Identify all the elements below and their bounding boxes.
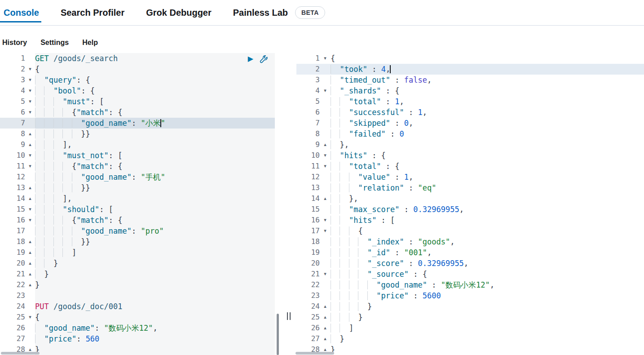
code-line-response-4[interactable]: 4▾ "_shards" : { bbox=[296, 85, 644, 96]
code-line-response-14[interactable]: 14▴ }, bbox=[296, 193, 644, 204]
left-vertical-scrollbar[interactable] bbox=[277, 314, 279, 355]
fold-close-icon[interactable]: ▴ bbox=[25, 236, 35, 247]
send-request-icon[interactable]: ▶ bbox=[248, 54, 253, 63]
code-line-response-2[interactable]: 2 "took" : 4, bbox=[296, 64, 644, 75]
code-line-response-5[interactable]: 5 "total" : 1, bbox=[296, 96, 644, 107]
code-line-request-19[interactable]: 19▴ ] bbox=[0, 247, 275, 258]
code-line-response-10[interactable]: 10▾ "hits" : { bbox=[296, 150, 644, 161]
fold-close-icon[interactable]: ▴ bbox=[25, 129, 35, 139]
code-line-request-11[interactable]: 11▾ {"match": { bbox=[0, 161, 275, 172]
menu-item-settings[interactable]: Settings bbox=[40, 39, 69, 47]
fold-open-icon[interactable]: ▾ bbox=[320, 161, 331, 172]
code-line-response-3[interactable]: 3 "timed_out" : false, bbox=[296, 75, 644, 85]
code-line-request-1[interactable]: 1GET /goods/_search bbox=[0, 53, 275, 64]
tab-painless-lab[interactable]: Painless Lab bbox=[233, 0, 288, 25]
code-line-response-21[interactable]: 21▾ "_source" : { bbox=[296, 269, 644, 280]
code-line-request-23[interactable]: 23 bbox=[0, 290, 275, 301]
fold-close-icon[interactable]: ▴ bbox=[25, 193, 35, 204]
fold-open-icon[interactable]: ▾ bbox=[25, 312, 35, 323]
fold-open-icon[interactable]: ▾ bbox=[25, 96, 35, 107]
response-viewer[interactable]: 1▾{2 "took" : 4,3 "timed_out" : false,4▾… bbox=[296, 53, 644, 355]
code-line-response-16[interactable]: 16▾ "hits" : [ bbox=[296, 215, 644, 226]
fold-open-icon[interactable]: ▾ bbox=[320, 85, 331, 96]
fold-open-icon[interactable]: ▾ bbox=[320, 150, 331, 161]
code-line-response-6[interactable]: 6 "successful" : 1, bbox=[296, 107, 644, 118]
fold-close-icon[interactable]: ▴ bbox=[320, 193, 331, 204]
code-line-response-23[interactable]: 23 "price" : 5600 bbox=[296, 290, 644, 301]
code-line-response-13[interactable]: 13 "relation" : "eq" bbox=[296, 182, 644, 193]
code-line-request-22[interactable]: 22▴} bbox=[0, 280, 275, 290]
code-line-request-3[interactable]: 3▾ "query": { bbox=[0, 75, 275, 85]
code-line-response-25[interactable]: 25▴ } bbox=[296, 312, 644, 323]
code-line-request-7[interactable]: 7 "good_name": "小米" bbox=[0, 118, 275, 129]
code-line-request-24[interactable]: 24PUT /goods/_doc/001 bbox=[0, 301, 275, 312]
code-line-request-27[interactable]: 27 "price": 560 bbox=[0, 333, 275, 344]
fold-close-icon[interactable]: ▴ bbox=[320, 139, 331, 150]
tab-console[interactable]: Console bbox=[4, 0, 39, 25]
fold-open-icon[interactable]: ▾ bbox=[25, 161, 35, 172]
right-horizontal-scrollbar[interactable] bbox=[296, 352, 334, 355]
fold-open-icon[interactable]: ▾ bbox=[25, 204, 35, 215]
fold-close-icon[interactable]: ▴ bbox=[320, 333, 331, 344]
code-line-request-17[interactable]: 17 "good_name": "pro" bbox=[0, 226, 275, 236]
code-line-request-14[interactable]: 14▴ ], bbox=[0, 193, 275, 204]
code-line-request-10[interactable]: 10▾ "must_not": [ bbox=[0, 150, 275, 161]
menu-item-help[interactable]: Help bbox=[82, 39, 98, 47]
code-line-request-21[interactable]: 21▴ } bbox=[0, 269, 275, 280]
request-editor[interactable]: 1GET /goods/_search2▾{3▾ "query": {4▾ "b… bbox=[0, 53, 275, 355]
fold-close-icon[interactable]: ▴ bbox=[25, 280, 35, 290]
code-line-response-1[interactable]: 1▾{ bbox=[296, 53, 644, 64]
wrench-icon[interactable] bbox=[259, 55, 268, 63]
fold-close-icon[interactable]: ▴ bbox=[25, 247, 35, 258]
fold-open-icon[interactable]: ▾ bbox=[25, 215, 35, 226]
fold-open-icon[interactable]: ▾ bbox=[25, 85, 35, 96]
fold-open-icon[interactable]: ▾ bbox=[320, 269, 331, 280]
fold-close-icon[interactable]: ▴ bbox=[25, 182, 35, 193]
code-line-request-16[interactable]: 16▾ {"match": { bbox=[0, 215, 275, 226]
code-line-request-4[interactable]: 4▾ "bool": { bbox=[0, 85, 275, 96]
code-line-request-5[interactable]: 5▾ "must": [ bbox=[0, 96, 275, 107]
tab-grok-debugger[interactable]: Grok Debugger bbox=[146, 0, 212, 25]
code-line-request-20[interactable]: 20▴ } bbox=[0, 258, 275, 269]
fold-close-icon[interactable]: ▴ bbox=[320, 323, 331, 333]
code-line-request-26[interactable]: 26 "good_name": "数码小米12", bbox=[0, 323, 275, 333]
tab-search-profiler[interactable]: Search Profiler bbox=[61, 0, 124, 25]
code-line-request-28[interactable]: 28▴} bbox=[0, 344, 275, 355]
fold-open-icon[interactable]: ▾ bbox=[25, 107, 35, 118]
code-line-response-22[interactable]: 22 "good_name" : "数码小米12", bbox=[296, 280, 644, 290]
code-line-request-9[interactable]: 9▴ ], bbox=[0, 139, 275, 150]
code-line-response-7[interactable]: 7 "skipped" : 0, bbox=[296, 118, 644, 129]
code-line-request-15[interactable]: 15▾ "should": [ bbox=[0, 204, 275, 215]
fold-close-icon[interactable]: ▴ bbox=[320, 301, 331, 312]
code-line-response-19[interactable]: 19 "_id" : "001", bbox=[296, 247, 644, 258]
code-line-response-15[interactable]: 15 "max_score" : 0.32969955, bbox=[296, 204, 644, 215]
code-line-response-11[interactable]: 11▾ "total" : { bbox=[296, 161, 644, 172]
code-line-request-12[interactable]: 12 "good_name": "手机" bbox=[0, 172, 275, 182]
panel-resize-handle[interactable] bbox=[287, 312, 291, 320]
code-line-response-18[interactable]: 18 "_index" : "goods", bbox=[296, 236, 644, 247]
code-line-request-25[interactable]: 25▾{ bbox=[0, 312, 275, 323]
left-horizontal-scrollbar[interactable] bbox=[1, 352, 40, 355]
fold-open-icon[interactable]: ▾ bbox=[320, 53, 331, 64]
code-line-request-2[interactable]: 2▾{ bbox=[0, 64, 275, 75]
code-line-response-24[interactable]: 24▴ } bbox=[296, 301, 644, 312]
code-line-response-12[interactable]: 12 "value" : 1, bbox=[296, 172, 644, 182]
code-line-response-27[interactable]: 27▴ } bbox=[296, 333, 644, 344]
menu-item-history[interactable]: History bbox=[2, 39, 27, 47]
fold-close-icon[interactable]: ▴ bbox=[25, 258, 35, 269]
fold-open-icon[interactable]: ▾ bbox=[320, 226, 331, 236]
code-line-request-13[interactable]: 13▴ }} bbox=[0, 182, 275, 193]
fold-close-icon[interactable]: ▴ bbox=[25, 139, 35, 150]
code-line-response-8[interactable]: 8 "failed" : 0 bbox=[296, 129, 644, 139]
fold-open-icon[interactable]: ▾ bbox=[25, 64, 35, 75]
fold-open-icon[interactable]: ▾ bbox=[25, 150, 35, 161]
fold-open-icon[interactable]: ▾ bbox=[320, 215, 331, 226]
code-line-response-28[interactable]: 28▴} bbox=[296, 344, 644, 355]
code-line-response-20[interactable]: 20 "_score" : 0.32969955, bbox=[296, 258, 644, 269]
fold-close-icon[interactable]: ▴ bbox=[25, 269, 35, 280]
code-line-response-9[interactable]: 9▴ }, bbox=[296, 139, 644, 150]
fold-close-icon[interactable]: ▴ bbox=[320, 312, 331, 323]
fold-open-icon[interactable]: ▾ bbox=[25, 75, 35, 85]
code-line-request-8[interactable]: 8▴ }} bbox=[0, 129, 275, 139]
code-line-response-17[interactable]: 17▾ { bbox=[296, 226, 644, 236]
